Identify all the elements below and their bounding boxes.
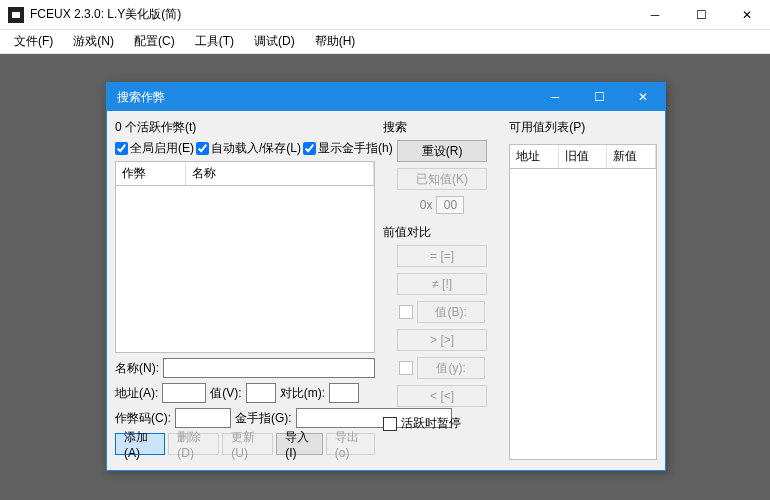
dialog-title: 搜索作弊: [117, 89, 533, 106]
minimize-button[interactable]: ─: [632, 0, 678, 30]
search-group-title: 搜索: [383, 117, 501, 140]
valY-button[interactable]: 值(y):: [417, 357, 485, 379]
col-old[interactable]: 旧值: [559, 145, 608, 168]
dialog-titlebar: 搜索作弊 ─ ☐ ✕: [107, 83, 665, 111]
dialog-close-button[interactable]: ✕: [621, 83, 665, 111]
available-values-title: 可用值列表(P): [509, 117, 657, 140]
val-input[interactable]: [246, 383, 276, 403]
show-gg-checkbox[interactable]: 显示金手指(h): [303, 140, 393, 157]
less-button[interactable]: < [<]: [397, 385, 487, 407]
hex-prefix: 0x: [420, 198, 433, 212]
dialog-minimize-button[interactable]: ─: [533, 83, 577, 111]
pause-checkbox[interactable]: [383, 417, 397, 431]
main-title: FCEUX 2.3.0: L.Y美化版(简): [30, 6, 632, 23]
global-enable-checkbox[interactable]: 全局启用(E): [115, 140, 194, 157]
notequal-button[interactable]: ≠ [!]: [397, 273, 487, 295]
code-input[interactable]: [175, 408, 231, 428]
menu-debug[interactable]: 调试(D): [246, 31, 303, 52]
menu-tools[interactable]: 工具(T): [187, 31, 242, 52]
name-label: 名称(N):: [115, 360, 159, 377]
autoload-checkbox[interactable]: 自动载入/保存(L): [196, 140, 301, 157]
valB-checkbox[interactable]: [399, 305, 413, 319]
import-button[interactable]: 导入(I): [276, 433, 323, 455]
main-titlebar: FCEUX 2.3.0: L.Y美化版(简) ─ ☐ ✕: [0, 0, 770, 30]
greater-button[interactable]: > [>]: [397, 329, 487, 351]
equal-button[interactable]: = [=]: [397, 245, 487, 267]
prev-compare-title: 前值对比: [383, 222, 501, 245]
col-addr[interactable]: 地址: [510, 145, 559, 168]
valB-button[interactable]: 值(B):: [417, 301, 485, 323]
update-button[interactable]: 更新(U): [222, 433, 273, 455]
maximize-button[interactable]: ☐: [678, 0, 724, 30]
col-new[interactable]: 新值: [607, 145, 656, 168]
col-cheat[interactable]: 作弊: [116, 162, 186, 185]
reset-button[interactable]: 重设(R): [397, 140, 487, 162]
col-name[interactable]: 名称: [186, 162, 374, 185]
val-label: 值(V):: [210, 385, 241, 402]
active-cheats-count: 0 个活跃作弊(t): [115, 117, 375, 140]
close-button[interactable]: ✕: [724, 0, 770, 30]
app-icon: [8, 7, 24, 23]
hex-value-box[interactable]: 00: [436, 196, 464, 214]
valY-checkbox[interactable]: [399, 361, 413, 375]
addr-label: 地址(A):: [115, 385, 158, 402]
delete-button[interactable]: 删除(D): [168, 433, 219, 455]
values-list[interactable]: [509, 168, 657, 460]
menu-help[interactable]: 帮助(H): [307, 31, 364, 52]
export-button[interactable]: 导出(o): [326, 433, 375, 455]
cmp-input[interactable]: [329, 383, 359, 403]
cheat-search-dialog: 搜索作弊 ─ ☐ ✕ 0 个活跃作弊(t) 全局启用(E) 自动载入/保存(L)…: [106, 82, 666, 471]
pause-label: 活跃时暂停: [401, 415, 461, 432]
cheat-list[interactable]: [115, 185, 375, 353]
add-button[interactable]: 添加(A): [115, 433, 165, 455]
menu-file[interactable]: 文件(F): [6, 31, 61, 52]
code-label: 作弊码(C):: [115, 410, 171, 427]
gg-label: 金手指(G):: [235, 410, 292, 427]
known-value-button[interactable]: 已知值(K): [397, 168, 487, 190]
addr-input[interactable]: [162, 383, 206, 403]
dialog-maximize-button[interactable]: ☐: [577, 83, 621, 111]
menubar: 文件(F) 游戏(N) 配置(C) 工具(T) 调试(D) 帮助(H): [0, 30, 770, 54]
cmp-label: 对比(m):: [280, 385, 325, 402]
name-input[interactable]: [163, 358, 375, 378]
menu-config[interactable]: 配置(C): [126, 31, 183, 52]
menu-game[interactable]: 游戏(N): [65, 31, 122, 52]
cheat-list-header: 作弊 名称: [115, 161, 375, 185]
values-list-header: 地址 旧值 新值: [509, 144, 657, 168]
